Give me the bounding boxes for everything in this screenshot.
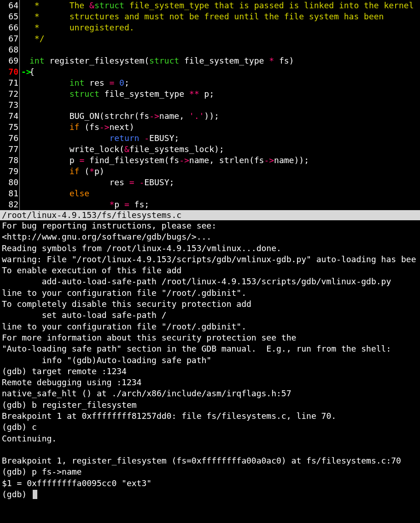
code-line: 78 p = find_filesystem(fs->name, strlen(… [0,155,420,166]
code-text: int res = 0; [29,77,129,88]
line-number: 64 [0,0,19,11]
terminal-line: warning: File "/root/linux-4.9.153/scrip… [2,254,418,265]
code-line: 80 res = -EBUSY; [0,177,420,188]
line-number: 81 [0,188,19,199]
code-line: 81 else [0,188,420,199]
gutter-divider [19,188,20,199]
gutter-divider [19,155,20,166]
code-text: p = find_filesystem(fs->name, strlen(fs-… [29,155,309,166]
terminal-line: <http://www.gnu.org/software/gdb/bugs/>.… [2,231,418,242]
terminal-line: Reading symbols from /root/linux-4.9.153… [2,243,418,254]
line-number: 70 [0,66,19,77]
terminal-line: info "(gdb)Auto-loading safe path" [2,355,418,366]
line-number: 73 [0,100,19,111]
code-line: 66 * unregistered. [0,22,420,33]
code-text: int register_filesystem(struct file_syst… [29,55,294,66]
line-number: 69 [0,55,19,66]
terminal-line: (gdb) target remote :1234 [2,366,418,377]
code-text: if (*p) [29,166,105,177]
gutter-divider [19,100,20,111]
file-path-label: /root/linux-4.9.153/fs/filesystems.c [2,210,181,221]
terminal-line: Breakpoint 1 at 0xffffffff81257dd0: file… [2,411,418,422]
line-number: 72 [0,88,19,100]
code-line: 76 return -EBUSY; [0,133,420,144]
gutter-divider [19,55,20,66]
code-line: 72 struct file_system_type ** p; [0,88,420,100]
gutter-divider [19,11,20,22]
gutter-divider [19,22,20,33]
gutter-divider [19,166,20,177]
line-number: 78 [0,155,19,166]
code-text: write_lock(&file_systems_lock); [29,144,224,155]
terminal-line: line to your configuration file "/root/.… [2,321,418,332]
code-text: */ [29,33,45,44]
terminal-line: For more information about this security… [2,332,418,343]
code-text: * unregistered. [29,22,134,33]
gutter-divider [19,44,20,55]
line-number: 76 [0,133,19,144]
code-line: 70->{ [0,66,420,77]
gutter-divider [19,144,20,155]
gutter-divider [19,88,20,100]
terminal-line: (gdb) c [2,422,418,433]
code-text: res = -EBUSY; [29,177,174,188]
gdb-terminal-pane[interactable]: For bug reporting instructions, please s… [0,220,420,502]
code-text: BUG_ON(strchr(fs->name, '.')); [29,111,219,122]
code-line: 67 */ [0,33,420,44]
terminal-line [2,444,418,455]
line-number: 74 [0,111,19,122]
source-code-pane[interactable]: 64 * The &struct file_system_type that i… [0,0,420,210]
line-number: 66 [0,22,19,33]
terminal-line: (gdb) b register_filesystem [2,400,418,411]
terminal-line: native_safe_hlt () at ./arch/x86/include… [2,388,418,399]
line-number: 82 [0,199,19,210]
status-bar-file-path: /root/linux-4.9.153/fs/filesystems.c [0,210,420,220]
code-line: 69int register_filesystem(struct file_sy… [0,55,420,66]
code-text: return -EBUSY; [29,133,179,144]
terminal-line: Remote debugging using :1234 [2,377,418,388]
terminal-line: set auto-load safe-path / [2,310,418,321]
terminal-cursor-icon [33,490,37,499]
line-number: 75 [0,122,19,133]
terminal-prompt-line[interactable]: (gdb) [2,489,418,500]
code-line: 64 * The &struct file_system_type that i… [0,0,420,11]
terminal-line: Continuing. [2,433,418,444]
code-text: *p = fs; [29,199,149,210]
gutter-divider [19,177,20,188]
terminal-line: To completely disable this security prot… [2,299,418,310]
code-line: 82 *p = fs; [0,199,420,210]
gutter-divider [19,66,20,77]
code-text: struct file_system_type ** p; [29,88,214,100]
line-number: 80 [0,177,19,188]
code-line: 77 write_lock(&file_systems_lock); [0,144,420,155]
terminal-line: (gdb) p fs->name [2,466,418,477]
code-text: * structures and must not be freed until… [29,11,384,22]
gutter-divider [19,33,20,44]
code-text: if (fs->next) [29,122,134,133]
line-number: 71 [0,77,19,88]
gutter-divider [19,0,20,11]
line-number: 77 [0,144,19,155]
code-line: 75 if (fs->next) [0,122,420,133]
gutter-divider [19,199,20,210]
code-line: 79 if (*p) [0,166,420,177]
code-line: 65 * structures and must not be freed un… [0,11,420,22]
gutter-divider [19,77,20,88]
code-line: 73 [0,100,420,111]
line-number: 67 [0,33,19,44]
terminal-line: For bug reporting instructions, please s… [2,220,418,231]
terminal-line: To enable execution of this file add [2,265,418,276]
code-text: { [29,66,35,77]
terminal-line: line to your configuration file "/root/.… [2,288,418,299]
terminal-line: Breakpoint 1, register_filesystem (fs=0x… [2,455,418,466]
terminal-line: "Auto-loading safe path" section in the … [2,343,418,354]
line-number: 68 [0,44,19,55]
line-number: 79 [0,166,19,177]
code-line: 74 BUG_ON(strchr(fs->name, '.')); [0,111,420,122]
terminal-line: add-auto-load-safe-path /root/linux-4.9.… [2,276,418,287]
line-number: 65 [0,11,19,22]
terminal-line: $1 = 0xffffffffa0095cc0 "ext3" [2,478,418,489]
code-line: 68 [0,44,420,55]
gdb-prompt: (gdb) [2,489,32,499]
code-text: * The &struct file_system_type that is p… [29,0,414,11]
